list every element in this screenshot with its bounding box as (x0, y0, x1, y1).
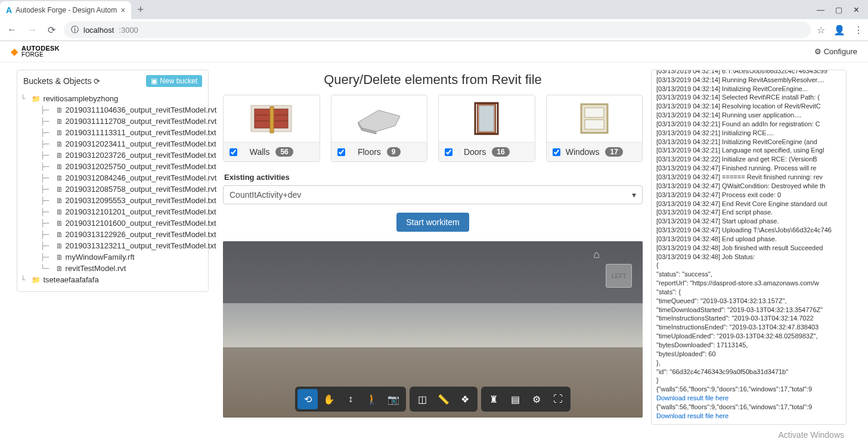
file-node[interactable]: └─ 🗎 revitTestModel.rvt (21, 263, 204, 274)
url-field[interactable]: ⓘ localhost:3000 (64, 21, 811, 38)
walls-checkbox[interactable] (230, 148, 237, 156)
model-browser-tool[interactable]: ♜ (483, 389, 504, 409)
category-cards: Walls 56 Floors 9 Doors 16 Windows 17 (223, 95, 643, 162)
window-controls: — ▢ ✕ (808, 5, 868, 14)
explode-tool[interactable]: ❖ (455, 389, 475, 409)
file-icon: 🗎 (56, 185, 63, 194)
measure-tool[interactable]: 📏 (433, 389, 454, 409)
bucket-node[interactable]: └ 📁 revitiosamplebyzhong (21, 93, 204, 104)
fullscreen-tool[interactable]: ⛶ (548, 389, 568, 409)
url-rest: :3000 (119, 26, 138, 35)
log-line: {"walls":56,"floors":9,"doors":16,"windo… (656, 403, 841, 412)
log-line: }, (656, 359, 841, 368)
log-line: "timeInstructionsEnded": "2019-03-13T04:… (656, 323, 841, 332)
main-area: Buckets & Objects ⟳ ▣ New bucket └ 📁 rev… (0, 63, 868, 442)
log-line: [03/13/2019 04:32:14] Initializing Revit… (656, 85, 841, 94)
svg-rect-4 (270, 107, 274, 133)
file-node[interactable]: ├─ 🗎 20190311112708_output_revitTestMode… (21, 116, 204, 127)
log-line: [03/13/2019 04:32:47] End script phase. (656, 208, 841, 217)
log-line: [03/13/2019 04:32:47] Finished running. … (656, 164, 841, 173)
file-node[interactable]: ├─ 🗎 20190311104636_output_revitTestMode… (21, 104, 204, 116)
file-node[interactable]: ├─ 🗎 20190312085758_output_revitTestMode… (21, 183, 204, 195)
bucket-node[interactable]: └ 📁 tseteaefaafafafa (21, 274, 204, 285)
file-name: 20190313123211_output_revitTestModel.txt (66, 241, 216, 250)
log-line: "reportUrl": "https://dasprod-store.s3.a… (656, 279, 841, 288)
reload-icon[interactable]: ⟳ (45, 24, 58, 36)
file-node[interactable]: ├─ 🗎 20190312023411_output_revitTestMode… (21, 138, 204, 150)
configure-link[interactable]: ⚙ Configure (814, 47, 857, 56)
file-name: myWindowFamily.rft (66, 253, 135, 262)
settings-tool[interactable]: ⚙ (526, 389, 547, 409)
minimize-icon[interactable]: — (817, 5, 824, 14)
camera-tool[interactable]: 📷 (383, 389, 404, 409)
buckets-panel-header: Buckets & Objects ⟳ ▣ New bucket (17, 70, 208, 92)
walk-tool[interactable]: 🚶 (362, 389, 382, 409)
properties-tool[interactable]: ▤ (505, 389, 525, 409)
file-name: 20190312101201_output_revitTestModel.txt (66, 207, 216, 216)
log-line: "bytesDownloaded": 17113145, (656, 341, 841, 350)
log-line: "status": "success", (656, 270, 841, 279)
section-tool[interactable]: ◫ (412, 389, 432, 409)
category-card-windows: Windows 17 (546, 95, 643, 162)
file-node[interactable]: ├─ 🗎 20190311113311_output_revitTestMode… (21, 127, 204, 138)
file-node[interactable]: ├─ 🗎 20190312095553_output_revitTestMode… (21, 195, 204, 206)
doors-thumbnail (439, 95, 535, 142)
address-bar: ← → ⟳ ⓘ localhost:3000 ☆ 👤 ⋮ (0, 19, 868, 41)
file-node[interactable]: ├─ 🗎 20190312023726_output_revitTestMode… (21, 150, 204, 161)
close-window-icon[interactable]: ✕ (853, 5, 860, 14)
maximize-icon[interactable]: ▢ (835, 5, 842, 14)
start-workitem-button[interactable]: Start workitem (396, 213, 469, 232)
bucket-icon: ▣ (151, 77, 157, 85)
log-line: [03/13/2019 04:32:22] Initialize and get… (656, 155, 841, 164)
view-cube[interactable]: LEFT (606, 264, 632, 288)
log-line: [03/13/2019 04:32:47] QWaitCondition: De… (656, 182, 841, 191)
close-icon[interactable]: × (120, 5, 125, 15)
model-viewer[interactable]: ⌂ LEFT ⟲ ✋ ↕ 🚶 📷 ◫ 📏 ❖ ♜ ▤ ⚙ (223, 241, 643, 418)
doors-checkbox[interactable] (445, 148, 452, 156)
svg-rect-12 (585, 108, 604, 117)
object-tree[interactable]: └ 📁 revitiosamplebyzhong ├─ 🗎 2019031110… (17, 92, 208, 291)
file-node[interactable]: ├─ 🗎 myWindowFamily.rft (21, 251, 204, 263)
orbit-tool[interactable]: ⟲ (297, 389, 318, 409)
windows-checkbox[interactable] (553, 148, 560, 156)
site-info-icon[interactable]: ⓘ (71, 24, 79, 35)
new-bucket-button[interactable]: ▣ New bucket (146, 75, 202, 87)
file-icon: 🗎 (56, 129, 63, 137)
refresh-icon[interactable]: ⟳ (94, 77, 100, 86)
home-icon[interactable]: ⌂ (593, 248, 600, 261)
browser-tab[interactable]: A Autodesk Forge - Design Autom × (0, 1, 131, 19)
file-node[interactable]: ├─ 🗎 20190313123211_output_revitTestMode… (21, 240, 204, 251)
file-node[interactable]: ├─ 🗎 20190312025750_output_revitTestMode… (21, 161, 204, 172)
card-label: Walls (250, 147, 270, 157)
download-link[interactable]: Download result file here (656, 412, 841, 421)
file-node[interactable]: ├─ 🗎 20190312101201_output_revitTestMode… (21, 206, 204, 217)
file-node[interactable]: ├─ 🗎 20190312084246_output_revitTestMode… (21, 172, 204, 183)
file-node[interactable]: ├─ 🗎 20190312101600_output_revitTestMode… (21, 217, 204, 229)
floors-checkbox[interactable] (337, 148, 345, 156)
card-label: Doors (464, 147, 486, 157)
profile-icon[interactable]: 👤 (833, 24, 845, 36)
log-line: [03/13/2019 04:32:47] Start upload phase… (656, 217, 841, 226)
log-output[interactable]: [03/13/2019 04:32:14] 5:HKEY_CURRENT_USE… (651, 70, 847, 425)
pan-tool[interactable]: ✋ (319, 389, 339, 409)
menu-icon[interactable]: ⋮ (854, 24, 863, 36)
zoom-tool[interactable]: ↕ (340, 389, 361, 409)
file-icon: 🗎 (56, 197, 63, 205)
app-header: ◆ AUTODESK FORGE ⚙ Configure (0, 41, 868, 63)
file-name: 20190311112708_output_revitTestModel.rvt (66, 117, 217, 126)
back-icon[interactable]: ← (5, 24, 19, 35)
folder-icon: 📁 (32, 95, 41, 103)
card-count-badge: 56 (275, 147, 293, 157)
activity-select[interactable]: CountItActivity+dev ▾ (223, 185, 643, 204)
star-icon[interactable]: ☆ (817, 24, 825, 36)
new-tab-button[interactable]: + (131, 4, 150, 16)
download-link[interactable]: Download result file here (656, 394, 841, 403)
log-line: {"walls":56,"floors":9,"doors":16,"windo… (656, 385, 841, 394)
category-card-floors: Floors 9 (331, 95, 428, 162)
file-node[interactable]: ├─ 🗎 20190313122926_output_revitTestMode… (21, 229, 204, 240)
log-line: } (656, 376, 841, 385)
file-icon: 🗎 (56, 253, 63, 262)
file-icon: 🗎 (56, 208, 63, 216)
windows-thumbnail (547, 95, 643, 142)
log-line: [03/13/2019 04:32:14] Running user appli… (656, 111, 841, 120)
